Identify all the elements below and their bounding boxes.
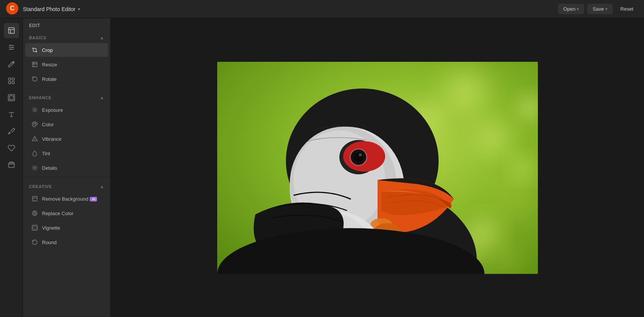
panel-item-resize[interactable]: Resize bbox=[25, 58, 108, 71]
enhance-label: ENHANCE bbox=[29, 95, 52, 100]
vignette-icon bbox=[31, 224, 38, 231]
svg-rect-13 bbox=[8, 95, 15, 101]
creative-label: CREATIVE bbox=[29, 184, 52, 189]
svg-rect-12 bbox=[12, 82, 14, 84]
save-label: Save bbox=[592, 6, 604, 12]
svg-rect-40 bbox=[32, 225, 37, 230]
rail-grid-button[interactable] bbox=[4, 73, 19, 89]
replace-color-label: Replace Color bbox=[42, 211, 73, 216]
svg-line-25 bbox=[36, 108, 37, 108]
save-button[interactable]: Save ▾ bbox=[587, 4, 613, 14]
enhance-collapse-icon: ▲ bbox=[100, 95, 104, 100]
replace-color-icon bbox=[31, 210, 38, 217]
topbar-title-group: Standard Photo Editor ▾ bbox=[23, 6, 558, 12]
app-logo: C bbox=[6, 2, 18, 16]
svg-point-27 bbox=[34, 123, 34, 124]
svg-line-21 bbox=[36, 111, 37, 112]
enhance-divider bbox=[23, 177, 110, 177]
svg-point-37 bbox=[34, 212, 36, 214]
panel-item-replace-color[interactable]: Replace Color bbox=[25, 206, 108, 220]
exposure-icon bbox=[31, 106, 38, 113]
rail-text-button[interactable] bbox=[4, 107, 19, 122]
svg-point-63 bbox=[354, 153, 363, 162]
basics-section-header[interactable]: BASICS ▲ bbox=[23, 32, 110, 43]
enhance-section-header[interactable]: ENHANCE ▲ bbox=[23, 92, 110, 103]
panel-item-crop[interactable]: Crop bbox=[25, 43, 108, 57]
resize-label: Resize bbox=[42, 62, 57, 68]
rail-draw-button[interactable] bbox=[4, 56, 19, 72]
panel-item-rotate[interactable]: Rotate bbox=[25, 72, 108, 86]
rail-adjustments-button[interactable] bbox=[4, 40, 19, 55]
ai-badge: AI bbox=[90, 197, 97, 201]
vibrance-label: Vibrance bbox=[42, 136, 61, 142]
svg-rect-14 bbox=[10, 96, 13, 100]
rail-brush-button[interactable] bbox=[4, 124, 19, 139]
svg-point-26 bbox=[33, 124, 34, 124]
panel-item-remove-background[interactable]: Remove BackgroundAI bbox=[25, 192, 108, 206]
svg-point-32 bbox=[34, 167, 36, 169]
svg-rect-11 bbox=[8, 82, 11, 84]
details-label: Details bbox=[42, 165, 57, 171]
open-chevron-icon: ▾ bbox=[577, 7, 579, 11]
svg-point-6 bbox=[10, 45, 11, 46]
svg-point-8 bbox=[10, 48, 11, 50]
rail-frame-button[interactable] bbox=[4, 90, 19, 105]
panel-item-vibrance[interactable]: Vibrance bbox=[25, 132, 108, 146]
svg-point-29 bbox=[36, 124, 36, 124]
rail-layers-button[interactable] bbox=[4, 157, 19, 172]
color-label: Color bbox=[42, 122, 54, 127]
remove-bg-label: Remove BackgroundAI bbox=[42, 196, 97, 202]
rotate-label: Rotate bbox=[42, 76, 56, 82]
exposure-label: Exposure bbox=[42, 107, 63, 113]
rail-favorites-button[interactable] bbox=[4, 140, 19, 156]
tint-label: Tint bbox=[42, 151, 50, 156]
creative-section-header[interactable]: CREATIVE ▲ bbox=[23, 181, 110, 191]
left-panel: EDIT BASICS ▲ Crop Resize bbox=[23, 18, 111, 317]
app-title: Standard Photo Editor bbox=[23, 6, 76, 12]
crop-label: Crop bbox=[42, 47, 53, 53]
panel-item-details[interactable]: Details bbox=[25, 161, 108, 175]
title-chevron-icon[interactable]: ▾ bbox=[78, 6, 80, 12]
panel-item-round[interactable]: Round bbox=[25, 235, 108, 249]
round-label: Round bbox=[42, 240, 56, 245]
svg-point-36 bbox=[32, 211, 37, 216]
svg-text:C: C bbox=[10, 5, 15, 11]
svg-rect-33 bbox=[32, 196, 37, 201]
edit-section-label: EDIT bbox=[23, 18, 110, 30]
canvas-image bbox=[217, 62, 538, 274]
vignette-label: Vignette bbox=[42, 225, 60, 231]
main-content: EDIT BASICS ▲ Crop Resize bbox=[0, 18, 644, 317]
svg-line-24 bbox=[33, 111, 33, 112]
vibrance-icon bbox=[31, 135, 38, 142]
panel-item-vignette[interactable]: Vignette bbox=[25, 221, 108, 235]
details-icon bbox=[31, 164, 38, 171]
svg-point-28 bbox=[35, 123, 36, 123]
basics-collapse-icon: ▲ bbox=[100, 35, 104, 40]
reset-button[interactable]: Reset bbox=[616, 4, 638, 14]
open-button[interactable]: Open ▾ bbox=[558, 4, 584, 14]
rail-edit-button[interactable] bbox=[4, 23, 19, 38]
basics-label: BASICS bbox=[29, 35, 47, 40]
svg-rect-9 bbox=[8, 78, 11, 80]
tint-icon bbox=[31, 150, 38, 157]
creative-collapse-icon: ▲ bbox=[100, 184, 104, 189]
svg-point-64 bbox=[359, 153, 362, 156]
panel-item-color[interactable]: Color bbox=[25, 117, 108, 131]
resize-icon bbox=[31, 61, 38, 68]
panel-item-exposure[interactable]: Exposure bbox=[25, 103, 108, 117]
canvas-area bbox=[111, 18, 644, 317]
basics-divider bbox=[23, 88, 110, 88]
svg-point-17 bbox=[34, 109, 36, 111]
panel-item-tint[interactable]: Tint bbox=[25, 146, 108, 160]
topbar-actions: Open ▾ Save ▾ Reset bbox=[558, 4, 638, 14]
svg-rect-2 bbox=[8, 28, 14, 34]
svg-rect-10 bbox=[12, 78, 14, 80]
open-label: Open bbox=[563, 6, 576, 12]
topbar: C Standard Photo Editor ▾ Open ▾ Save ▾ … bbox=[0, 0, 644, 18]
svg-line-20 bbox=[33, 108, 33, 108]
svg-rect-16 bbox=[32, 62, 37, 67]
icon-rail bbox=[0, 18, 23, 317]
crop-icon bbox=[31, 47, 38, 53]
svg-rect-15 bbox=[8, 163, 14, 167]
remove-bg-icon bbox=[31, 195, 38, 202]
